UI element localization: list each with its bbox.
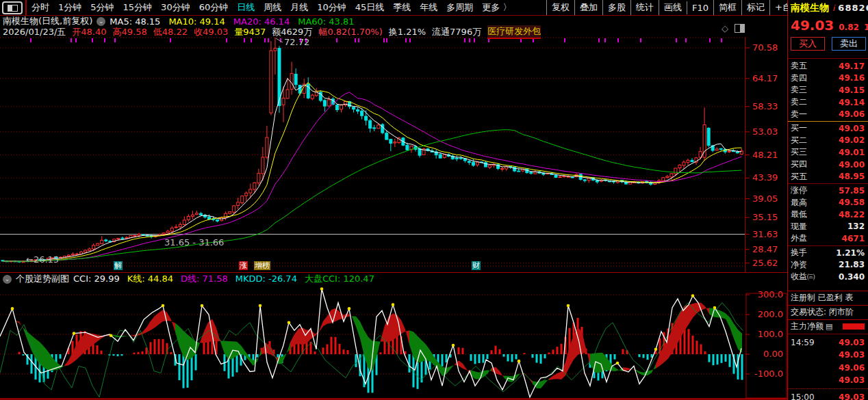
ask-row[interactable]: 卖四49.16 [788,72,868,84]
period-menu-item[interactable]: 10分钟 [317,1,346,14]
bid-row[interactable]: 买五48.95 [788,171,868,183]
diamond-icon[interactable]: ◇ [722,23,728,34]
indicator-histogram-bar [150,342,152,354]
event-tag[interactable]: 解 [114,261,123,270]
bid-row[interactable]: 买二49.02 [788,135,868,146]
ask-row[interactable]: 卖二49.14 [788,96,868,108]
indicator-histogram-bar [355,354,357,367]
list-icon[interactable]: ▤ [826,322,832,331]
turning-point-dot [162,304,165,308]
tools-menu-item[interactable]: 标记 [741,0,769,15]
kd-ribbon [241,345,245,356]
candle-body [719,148,722,149]
layout-toggle-icon[interactable] [2,1,23,14]
candle-body [282,98,285,105]
indicator-axis-label: 100.0 [758,329,783,339]
candle-body [67,255,70,256]
indicator-histogram-bar [614,354,616,360]
period-menu-item[interactable]: 15分钟 [123,1,153,14]
tools-menu-item[interactable]: 统计 [630,0,659,15]
candle-body [385,133,388,139]
indicator-readout: D线: 71.58 [181,274,228,284]
price-axis-label: 25.62 [752,258,778,268]
kd-ribbon [323,316,327,326]
period-menu-item[interactable]: 45日线 [355,1,385,14]
signal-marker [617,38,619,42]
tools-menu-item[interactable]: 简框 [713,0,741,15]
candle-body [583,180,586,181]
period-menu-item[interactable]: 季线 [393,1,411,14]
tools-menu-item[interactable]: 复权 [546,0,574,15]
indicator-histogram-bar [696,341,698,354]
candle-body [587,178,590,181]
turning-point-dot [654,347,658,351]
charts-canvas[interactable]: 70.5864.1758.3353.0348.2143.3939.0535.15… [0,0,868,400]
info-icon[interactable]: i [832,3,834,13]
signal-marker [104,38,105,42]
kd-ribbon [689,304,693,324]
ohlc-readout: 高49.58 [113,26,147,38]
bid-row-label: 买五 [791,171,807,183]
collapse-chevron-icon[interactable]: ⌄ [97,17,105,26]
candle-body [518,171,520,172]
period-menu-item[interactable]: 1分钟 [58,1,81,14]
ask-row[interactable]: 卖五49.17 [788,60,868,72]
indicator-histogram-bar [483,354,485,363]
kd-ribbon [516,373,520,379]
ask-row[interactable]: 卖三49.15 [788,84,868,96]
signal-marker [721,38,722,42]
price-axis-label: 70.58 [752,42,778,53]
indicator-histogram-bar [478,354,481,363]
period-menu-item[interactable]: 分时 [31,1,49,14]
kd-ribbon [200,331,204,343]
trading-status-row: 交易状态: 闭市阶 [788,306,868,318]
indicator-histogram-bar [507,354,509,361]
period-menu-item[interactable]: 60分钟 [199,1,229,14]
candle-body [489,165,492,168]
event-tag[interactable]: 涨 [239,261,248,270]
event-tag[interactable]: 增榜 [254,261,270,270]
candle-body [674,168,677,174]
period-menu-item[interactable]: 周线 [264,1,281,14]
period-menu-item[interactable]: 30分钟 [161,1,190,14]
candle-body [179,224,181,226]
candle-body [625,182,628,184]
period-menu-item[interactable]: 日线 [237,1,255,14]
period-menu-item[interactable]: 年线 [420,1,437,14]
bid-row[interactable]: 买三49.01 [788,146,868,158]
signal-marker [488,38,489,42]
signal-marker [264,38,266,42]
indicator-histogram-bar [709,354,711,362]
price-change-percent: 1.70% [864,23,868,32]
bid-row[interactable]: 买四49.00 [788,159,868,170]
collapse-chevron-icon[interactable]: ⌄ [3,275,12,284]
event-tag[interactable]: 财 [472,261,481,270]
bid-row[interactable]: 买一49.03 [788,122,868,134]
ask-row[interactable]: 卖一49.06 [788,109,868,120]
split-window-icon[interactable] [735,24,745,33]
indicator-histogram-bar [257,354,259,358]
tools-menu-item[interactable]: 叠加 [574,0,602,15]
period-menu-item[interactable]: 多周期 [446,1,473,14]
candle-body [691,160,693,161]
tools-menu-item[interactable]: 画线 [659,0,687,15]
candle-body [571,177,574,178]
quote-panel: 南模生物 i 688265 49.03 0.82 1.70% 买入 卖出 卖五4… [788,0,868,400]
buy-button[interactable]: 买入 [791,37,825,51]
layout-toggle-glyph [8,5,18,12]
candle-body [208,217,211,219]
tools-menu-item[interactable]: F10 [687,1,713,14]
signal-marker [533,38,534,42]
period-menu-item[interactable]: 5分钟 [90,1,114,14]
stat-row-value: 4671 [842,234,865,243]
tools-menu-item[interactable]: 多股 [602,0,630,15]
period-menu-item[interactable]: 更多 〉 [482,1,511,14]
industry-badge[interactable]: 医疗研发外包 [487,25,541,39]
sell-button[interactable]: 卖出 [832,37,866,51]
kd-ribbon [352,316,356,326]
candle-body [559,176,561,177]
period-menu-item[interactable]: 月线 [290,1,308,14]
indicator-histogram-bar [142,351,144,354]
panel-divider [788,183,868,184]
main-flow-row[interactable]: 主力净额▤ [788,321,868,332]
